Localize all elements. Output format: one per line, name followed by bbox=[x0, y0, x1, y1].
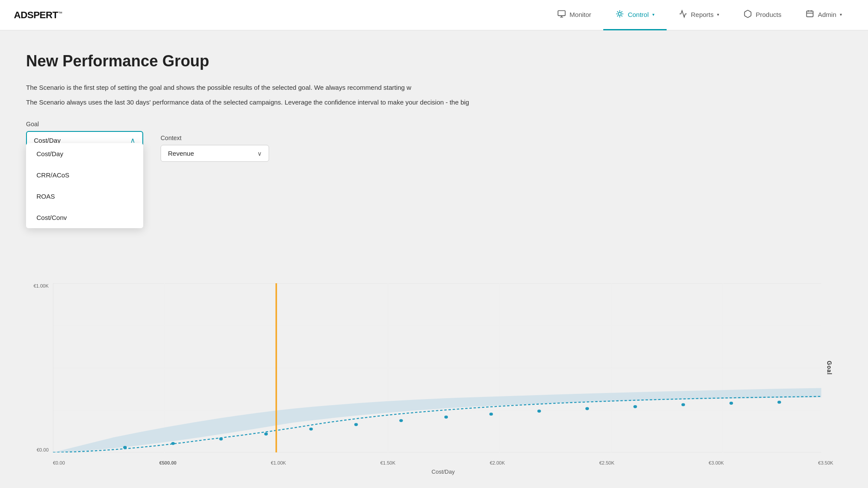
nav-item-control[interactable]: Control ▾ bbox=[603, 0, 666, 30]
x-label-150k: €1.50K bbox=[380, 460, 395, 465]
svg-point-33 bbox=[681, 403, 685, 406]
form-section: Goal Cost/Day ∧ Cost/Day CRR/ACoS ROAS C… bbox=[26, 121, 842, 465]
svg-point-3 bbox=[618, 12, 621, 15]
navbar: ADSPERT™ Monitor Control ▾ bbox=[0, 0, 868, 30]
description-2: The Scenario always uses the last 30 day… bbox=[26, 97, 842, 108]
goal-form-group: Goal Cost/Day ∧ Cost/Day CRR/ACoS ROAS C… bbox=[26, 121, 143, 150]
nav-items: Monitor Control ▾ Reports ▾ bbox=[545, 0, 854, 30]
context-label: Context bbox=[161, 134, 269, 141]
x-label-250k: €2.50K bbox=[599, 460, 615, 465]
products-icon bbox=[743, 10, 752, 20]
main-content: New Performance Group The Scenario is th… bbox=[0, 30, 868, 483]
nav-item-reports[interactable]: Reports ▾ bbox=[667, 0, 732, 30]
admin-icon bbox=[806, 10, 814, 20]
chevron-down-icon: ∨ bbox=[257, 150, 262, 157]
x-label-0: €0.00 bbox=[53, 460, 65, 465]
admin-label: Admin bbox=[818, 11, 836, 18]
control-arrow-icon: ▾ bbox=[652, 12, 654, 17]
svg-point-25 bbox=[309, 428, 313, 431]
page-title: New Performance Group bbox=[26, 52, 842, 70]
svg-rect-0 bbox=[558, 10, 566, 16]
goal-option-cost-conv[interactable]: Cost/Conv bbox=[26, 207, 143, 228]
svg-point-28 bbox=[444, 416, 448, 419]
svg-point-30 bbox=[537, 409, 541, 413]
x-label-500: €500.00 bbox=[159, 460, 177, 465]
goal-dropdown-menu: Cost/Day CRR/ACoS ROAS Cost/Conv bbox=[26, 143, 143, 228]
svg-rect-4 bbox=[807, 11, 813, 16]
svg-point-26 bbox=[354, 423, 358, 426]
reports-label: Reports bbox=[691, 11, 714, 18]
svg-point-23 bbox=[219, 438, 223, 441]
goal-option-crr-acos[interactable]: CRR/ACoS bbox=[26, 164, 143, 186]
nav-item-products[interactable]: Products bbox=[731, 0, 793, 30]
context-selected-value: Revenue bbox=[168, 150, 194, 157]
svg-point-31 bbox=[585, 407, 589, 410]
form-row: Goal Cost/Day ∧ Cost/Day CRR/ACoS ROAS C… bbox=[26, 121, 842, 162]
reports-icon bbox=[679, 10, 687, 20]
x-axis-title: Cost/Day bbox=[53, 468, 833, 475]
control-label: Control bbox=[628, 11, 648, 18]
svg-point-21 bbox=[123, 446, 127, 449]
svg-point-35 bbox=[777, 401, 781, 404]
svg-point-27 bbox=[399, 419, 403, 422]
svg-point-29 bbox=[489, 413, 493, 416]
goal-option-cost-day[interactable]: Cost/Day bbox=[26, 143, 143, 164]
chart-svg: Goal bbox=[53, 283, 833, 452]
svg-point-32 bbox=[633, 405, 637, 408]
svg-point-34 bbox=[730, 402, 733, 405]
x-label-350k: €3.50K bbox=[818, 460, 833, 465]
nav-item-admin[interactable]: Admin ▾ bbox=[793, 0, 854, 30]
context-dropdown-trigger[interactable]: Revenue ∨ bbox=[161, 145, 269, 162]
x-label-3k: €3.00K bbox=[709, 460, 724, 465]
nav-item-monitor[interactable]: Monitor bbox=[545, 0, 603, 30]
context-form-group: Context Revenue ∨ bbox=[161, 134, 269, 162]
reports-arrow-icon: ▾ bbox=[717, 12, 719, 17]
admin-arrow-icon: ▾ bbox=[840, 12, 842, 17]
svg-point-24 bbox=[264, 432, 268, 436]
description-1: The Scenario is the first step of settin… bbox=[26, 82, 842, 93]
control-icon bbox=[615, 10, 624, 20]
products-label: Products bbox=[756, 11, 781, 18]
svg-point-22 bbox=[171, 442, 174, 445]
x-label-1k: €1.00K bbox=[271, 460, 286, 465]
y-label-0: €0.00 bbox=[36, 447, 49, 452]
chart-area: €1.00K €0.00 bbox=[26, 283, 842, 465]
monitor-label: Monitor bbox=[569, 11, 591, 18]
goal-label: Goal bbox=[26, 121, 143, 128]
y-label-1k: €1.00K bbox=[33, 283, 49, 288]
logo: ADSPERT™ bbox=[14, 10, 62, 21]
goal-option-roas[interactable]: ROAS bbox=[26, 186, 143, 207]
svg-text:Goal: Goal bbox=[826, 361, 833, 375]
x-label-2k: €2.00K bbox=[490, 460, 505, 465]
monitor-icon bbox=[557, 10, 566, 20]
